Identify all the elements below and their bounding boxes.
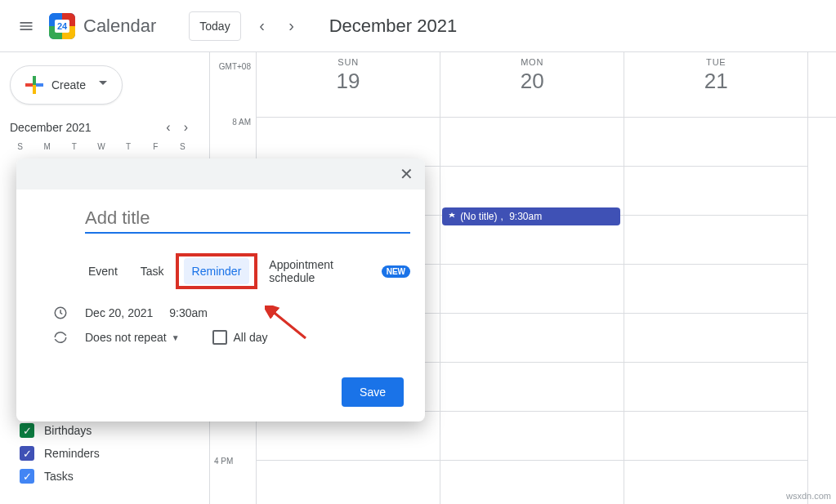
day-number: 20 [440,69,624,94]
app-logo: 24 [49,13,75,39]
event-time: 9:30am [509,211,542,222]
calendar-label: Birthdays [44,424,92,437]
event-time[interactable]: 9:30am [169,306,208,319]
annotation-highlight: Reminder [176,253,258,289]
chevron-down-icon [99,81,107,89]
mini-calendar-dow: SMTWTFS [7,142,196,151]
day-number: 21 [624,69,807,94]
today-button[interactable]: Today [189,11,240,41]
prev-period-button[interactable]: ‹ [248,11,277,41]
event-title-input[interactable] [85,204,410,234]
plus-icon [25,76,43,94]
event-title: (No title) [460,211,497,222]
event-editor-dialog: ✕ Event Task Reminder Appointment schedu… [16,158,425,421]
mini-prev-button[interactable]: ‹ [161,119,175,136]
day-of-week: TUE [624,57,807,67]
current-period-label: December 2021 [329,16,458,37]
birthdays-checkbox[interactable]: ✓ [20,423,34,438]
hour-label: 8 AM [210,118,251,134]
tasks-checkbox[interactable]: ✓ [20,469,34,484]
mini-next-button[interactable]: › [179,119,193,136]
repeat-select[interactable]: Does not repeat ▼ [85,331,180,344]
timezone-label: GMT+08 [210,52,251,118]
tab-task[interactable]: Task [137,258,168,284]
event-date[interactable]: Dec 20, 2021 [85,306,153,319]
new-badge: NEW [382,265,410,278]
allday-checkbox[interactable]: All day [212,330,268,345]
tab-appointment-schedule[interactable]: Appointment schedule [266,252,364,291]
day-of-week: MON [440,57,624,67]
event-chip[interactable]: (No title), 9:30am [442,207,620,225]
app-title: Calendar [83,16,156,37]
calendar-label: Reminders [44,447,100,460]
clock-icon [52,306,69,320]
mini-calendar-month: December 2021 [10,121,92,134]
menu-icon [18,18,34,34]
checkbox-icon [212,330,227,345]
calendar-label: Tasks [44,470,74,483]
chevron-down-icon: ▼ [172,333,180,342]
create-button[interactable]: Create [10,65,123,105]
day-of-week: SUN [257,57,440,67]
repeat-icon [52,330,69,345]
next-period-button[interactable]: › [277,11,306,41]
day-number: 19 [257,69,440,94]
reminders-checkbox[interactable]: ✓ [20,446,34,461]
create-label: Create [51,78,86,91]
reminder-icon [447,212,457,221]
hamburger-menu[interactable] [10,10,42,42]
tab-event[interactable]: Event [85,258,121,284]
save-button[interactable]: Save [342,377,404,407]
watermark: wsxdn.com [786,491,831,501]
close-button[interactable]: ✕ [395,159,418,189]
tab-reminder[interactable]: Reminder [184,258,250,284]
